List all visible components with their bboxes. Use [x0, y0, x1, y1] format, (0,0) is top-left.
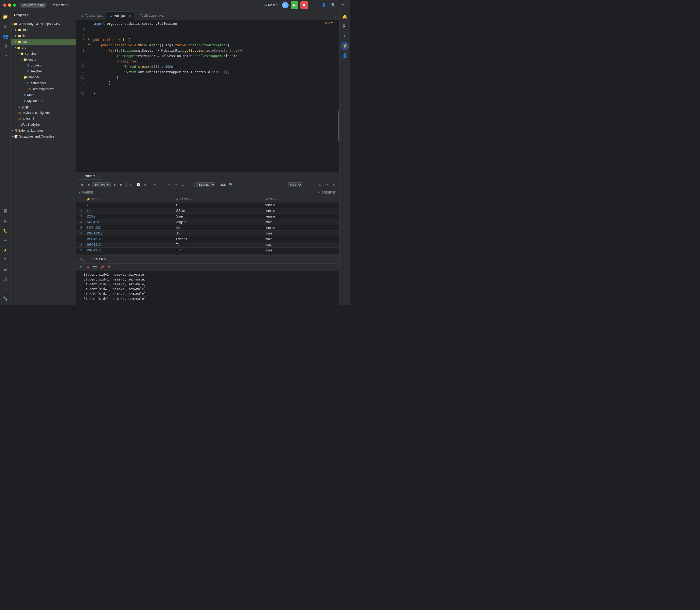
- order-by-filter[interactable]: ☰ ORDER BY: [318, 191, 337, 194]
- close-button[interactable]: [3, 3, 6, 7]
- maximize-button[interactable]: [13, 3, 16, 7]
- git-history-icon[interactable]: ⎇: [1, 275, 10, 284]
- debug-icon[interactable]: 🐛: [1, 226, 10, 235]
- add-row-button[interactable]: +: [152, 182, 158, 188]
- history-button[interactable]: 🕐: [135, 182, 141, 188]
- tree-item-lib[interactable]: ▶ 📁 lib: [11, 33, 76, 39]
- prev-row-button[interactable]: ◀: [85, 182, 91, 188]
- copilot-icon[interactable]: ⚡: [1, 246, 10, 254]
- tree-item-testmapper[interactable]: ▶ I TestMapper: [11, 80, 76, 86]
- first-row-button[interactable]: |◀: [78, 182, 84, 188]
- ai-icon[interactable]: ✦: [1, 236, 10, 245]
- table-row[interactable]: 1 1 t female: [76, 203, 339, 208]
- tree-item-gitignore[interactable]: ▶ ⊘ .gitignore: [11, 104, 76, 110]
- more-tools-icon[interactable]: ···: [1, 51, 10, 60]
- stop-run-button[interactable]: ■: [85, 264, 91, 270]
- navigate-icon[interactable]: 🔧: [1, 294, 10, 303]
- todo-icon[interactable]: ☰: [1, 265, 10, 274]
- tab-main[interactable]: C Main.java ✕: [106, 12, 134, 20]
- notifications-icon[interactable]: 🔔: [341, 12, 349, 21]
- pin-button[interactable]: 📌: [99, 264, 105, 270]
- tree-item-mapper[interactable]: ▾ 📁 mapper: [11, 74, 76, 80]
- screenshot-button[interactable]: 📷: [92, 264, 97, 270]
- last-row-button[interactable]: ▶|: [119, 182, 125, 188]
- tree-item-webstudy-root[interactable]: ▾ 📁 WebStudy ~/Desktop/CS/Jav: [11, 21, 76, 27]
- tree-item-webstudy-iml[interactable]: ▶ ◇ WebStudy.iml: [11, 122, 76, 128]
- search-button[interactable]: 🔍: [329, 1, 337, 9]
- table-row[interactable]: 8 199013124 Tom male: [76, 242, 339, 248]
- table-row[interactable]: 9 199013125 Tom male: [76, 248, 339, 253]
- tab-teacher[interactable]: C Teacher.java: [78, 12, 106, 20]
- expand-warnings-icon[interactable]: ▾: [331, 21, 333, 25]
- table-row[interactable]: 6 199012312 Jo male: [76, 231, 339, 236]
- vcs-icon[interactable]: ⊕: [1, 22, 10, 31]
- tree-item-out[interactable]: ▶ 📁 out: [11, 39, 76, 45]
- output-settings-button[interactable]: ⚙: [106, 264, 111, 270]
- preview-button[interactable]: 👁: [324, 182, 330, 188]
- db-tab-close[interactable]: ✕: [97, 175, 99, 178]
- app-name[interactable]: WS WebStudy: [20, 3, 46, 7]
- settings-button[interactable]: ⚙: [339, 1, 347, 9]
- copy-button[interactable]: ⊏: [180, 182, 186, 188]
- warning-indicator[interactable]: ⚠ 3 ▾: [325, 21, 333, 25]
- remove-row-button[interactable]: −: [159, 182, 165, 188]
- tab-close-main[interactable]: ✕: [129, 15, 131, 17]
- undo-button[interactable]: ↩: [166, 182, 172, 188]
- rows-count-select[interactable]: 14 rows: [92, 182, 111, 187]
- tree-item-main[interactable]: ▶ C Main: [11, 92, 76, 98]
- table-row[interactable]: 2 111 SSam female: [76, 208, 339, 214]
- tree-item-entity[interactable]: ▾ 📁 entity: [11, 57, 76, 62]
- tree-item-mybatis-config[interactable]: ▶ </> mybatis-config.xml: [11, 110, 76, 116]
- where-filter[interactable]: ▼ WHERE: [78, 191, 93, 194]
- db-right-icon[interactable]: 🗄: [341, 22, 349, 31]
- ddl-button[interactable]: DDL: [219, 183, 227, 187]
- ai-right-icon[interactable]: ✦: [341, 32, 349, 41]
- table-row[interactable]: 10 199013126 Tom male: [76, 253, 339, 255]
- run-tab-run[interactable]: Run: [78, 256, 88, 263]
- run-button[interactable]: ▶: [291, 1, 298, 9]
- run-config-button[interactable]: ▶ Main ▾: [262, 3, 280, 7]
- db-tab-student[interactable]: ⊞ student ✕: [78, 173, 102, 180]
- submit-button[interactable]: ↑: [187, 182, 193, 188]
- table-row[interactable]: 5 34234233 An female: [76, 225, 339, 231]
- data-table[interactable]: 🔑 sid ▲ ⊞ name ▲ ⊞ sex: [76, 196, 339, 255]
- run-tab-close[interactable]: ✕: [104, 258, 106, 261]
- next-row-button[interactable]: ▶: [112, 182, 118, 188]
- db-tabs-menu[interactable]: ⋯: [331, 176, 337, 180]
- restart-button[interactable]: ↻: [78, 264, 83, 270]
- tab-testmapper[interactable]: I TestMapper.java: [135, 12, 167, 20]
- tree-item-student[interactable]: ▶ C Student: [11, 62, 76, 68]
- search-button[interactable]: 🔍: [228, 182, 234, 188]
- col-name[interactable]: ⊞ name ▲: [174, 196, 263, 203]
- table-settings-button[interactable]: ⚙: [331, 182, 337, 188]
- profile-right-icon[interactable]: 👤: [341, 51, 349, 60]
- csv-select[interactable]: CSV: [288, 182, 302, 187]
- project-dropdown-icon[interactable]: ▾: [27, 13, 29, 17]
- transpose-button[interactable]: ⇄: [317, 182, 323, 188]
- git-icon[interactable]: 👥: [1, 32, 10, 41]
- tree-item-src[interactable]: ▾ 📁 src: [11, 45, 76, 51]
- terminal-icon[interactable]: T: [1, 255, 10, 264]
- stop-button[interactable]: ■: [300, 1, 308, 9]
- more-output-button[interactable]: ⋯: [113, 264, 119, 270]
- redo-button[interactable]: ↪: [173, 182, 178, 188]
- run-icon[interactable]: ▶: [1, 217, 10, 225]
- minimize-button[interactable]: [8, 3, 11, 7]
- plugins-icon[interactable]: ⊞: [1, 42, 10, 50]
- tree-item-idea[interactable]: ▶ 📁 .idea: [11, 27, 76, 33]
- tree-item-mybatisutil[interactable]: ▶ C MybatisUtil: [11, 98, 76, 104]
- profile-button[interactable]: 👤: [320, 1, 327, 9]
- tree-item-text-xml[interactable]: ▶ </> text.xml: [11, 116, 76, 122]
- stop-button[interactable]: ■: [142, 182, 148, 188]
- refresh-button[interactable]: ↻: [128, 182, 134, 188]
- branch-button[interactable]: ⎇ master ▾: [49, 3, 71, 7]
- scrollbar-thumb[interactable]: [338, 111, 339, 141]
- more-button[interactable]: ⋯: [310, 1, 318, 9]
- table-row[interactable]: 3 12312 Sam female: [76, 214, 339, 220]
- database-icon[interactable]: 🗄: [1, 207, 10, 215]
- table-row[interactable]: 7 199013123 EveYes male: [76, 236, 339, 242]
- code-scroll-area[interactable]: 4 5 6 7 8 9 10 11 12 13 14 15 16 17: [76, 20, 339, 172]
- export-button[interactable]: ↓: [303, 182, 309, 188]
- tree-item-scratches[interactable]: ▶ 📝 Scratches and Consoles: [11, 133, 76, 140]
- editor-scrollbar[interactable]: [338, 20, 339, 172]
